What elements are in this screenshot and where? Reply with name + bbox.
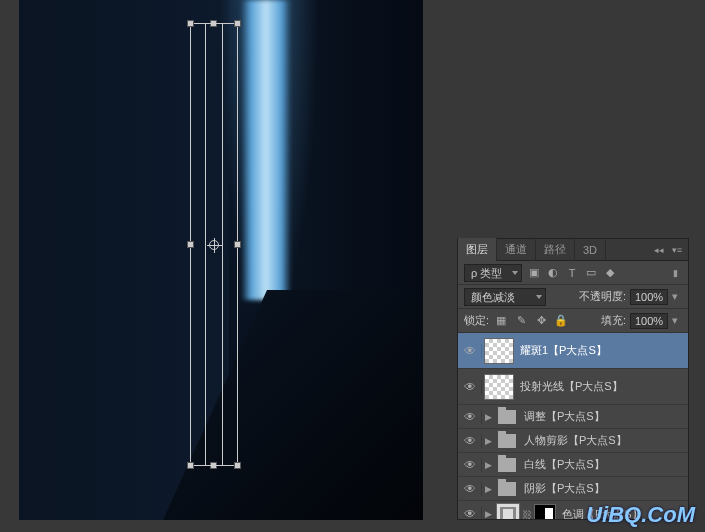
transform-inner-box	[205, 23, 223, 466]
lock-label: 锁定:	[464, 313, 489, 328]
adjustment-thumbnail[interactable]	[496, 503, 520, 519]
group-disclosure-icon[interactable]: ▶	[482, 460, 494, 470]
layer-group-row[interactable]: 👁 ▶ 调整【P大点S】	[458, 405, 688, 429]
visibility-toggle-icon[interactable]: 👁	[458, 507, 482, 519]
layer-name-label[interactable]: 人物剪影【P大点S】	[520, 433, 684, 448]
layer-group-row[interactable]: 👁 ▶ 白线【P大点S】	[458, 453, 688, 477]
transform-handle-mid-right[interactable]	[234, 241, 241, 248]
layer-name-label[interactable]: 调整【P大点S】	[520, 409, 684, 424]
color-balance-icon	[500, 507, 516, 519]
layers-panel: 图层 通道 路径 3D ◂◂ ▾≡ ρ 类型 ▣ ◐ T ▭ ◆ ▮ 颜色减淡 …	[457, 238, 689, 520]
mask-link-icon[interactable]: ⛓	[522, 509, 532, 520]
watermark-text: UiBQ.CoM	[586, 502, 695, 528]
transform-handle-bottom-left[interactable]	[187, 462, 194, 469]
layer-name-label[interactable]: 耀斑1【P大点S】	[516, 343, 684, 358]
layer-name-label[interactable]: 白线【P大点S】	[520, 457, 684, 472]
visibility-toggle-icon[interactable]: 👁	[458, 482, 482, 496]
group-disclosure-icon[interactable]: ▶	[482, 436, 494, 446]
lock-all-icon[interactable]: 🔒	[553, 313, 569, 329]
lock-image-icon[interactable]: ✎	[513, 313, 529, 329]
tab-channels[interactable]: 通道	[497, 238, 536, 261]
layer-name-label[interactable]: 投射光线【P大点S】	[516, 379, 684, 394]
filter-type-icon[interactable]: T	[564, 265, 580, 281]
transform-handle-top-right[interactable]	[234, 20, 241, 27]
panel-menu-icon[interactable]: ▾≡	[670, 245, 684, 255]
panel-collapse-left-icon[interactable]: ◂◂	[652, 245, 666, 255]
kind-label-text: 类型	[480, 267, 502, 279]
layers-list[interactable]: 👁 耀斑1【P大点S】 👁 投射光线【P大点S】 👁 ▶ 调整【P大点S】 👁 …	[458, 333, 688, 519]
group-disclosure-icon[interactable]: ▶	[482, 412, 494, 422]
opacity-label: 不透明度:	[579, 289, 626, 304]
fill-dropdown-icon[interactable]: ▾	[672, 314, 682, 327]
layer-group-row[interactable]: 👁 ▶ 人物剪影【P大点S】	[458, 429, 688, 453]
visibility-toggle-icon[interactable]: 👁	[458, 434, 482, 448]
opacity-dropdown-icon[interactable]: ▾	[672, 290, 682, 303]
blend-mode-dropdown[interactable]: 颜色减淡	[464, 288, 546, 306]
lock-row: 锁定: ▦ ✎ ✥ 🔒 填充: 100% ▾	[458, 309, 688, 333]
group-disclosure-icon[interactable]: ▶	[482, 484, 494, 494]
layer-group-row[interactable]: 👁 ▶ 阴影【P大点S】	[458, 477, 688, 501]
opacity-value-input[interactable]: 100%	[630, 289, 668, 305]
filter-shape-icon[interactable]: ▭	[583, 265, 599, 281]
transform-handle-mid-left[interactable]	[187, 241, 194, 248]
tab-3d[interactable]: 3D	[575, 240, 606, 260]
layer-thumbnail[interactable]	[484, 338, 514, 364]
folder-icon	[498, 458, 516, 472]
group-disclosure-icon[interactable]: ▶	[482, 509, 494, 519]
visibility-toggle-icon[interactable]: 👁	[458, 458, 482, 472]
folder-icon	[498, 410, 516, 424]
visibility-toggle-icon[interactable]: 👁	[458, 380, 482, 394]
layer-row[interactable]: 👁 耀斑1【P大点S】	[458, 333, 688, 369]
transform-handle-bottom-right[interactable]	[234, 462, 241, 469]
layer-mask-thumbnail[interactable]	[534, 504, 556, 519]
layer-name-label[interactable]: 阴影【P大点S】	[520, 481, 684, 496]
folder-icon	[498, 482, 516, 496]
layer-row[interactable]: 👁 投射光线【P大点S】	[458, 369, 688, 405]
canvas-area[interactable]	[19, 0, 423, 520]
panel-tabs: 图层 通道 路径 3D ◂◂ ▾≡	[458, 239, 688, 261]
light-slit-render	[241, 0, 291, 300]
tab-layers[interactable]: 图层	[458, 238, 497, 261]
filter-toggle-switch[interactable]: ▮	[668, 268, 682, 278]
folder-icon	[498, 434, 516, 448]
kind-icon: ρ	[471, 267, 477, 279]
fill-label: 填充:	[601, 313, 626, 328]
filter-smart-icon[interactable]: ◆	[602, 265, 618, 281]
fill-value-input[interactable]: 100%	[630, 313, 668, 329]
transform-handle-top-left[interactable]	[187, 20, 194, 27]
layer-kind-dropdown[interactable]: ρ 类型	[464, 264, 522, 282]
svg-rect-1	[503, 509, 513, 519]
visibility-toggle-icon[interactable]: 👁	[458, 344, 482, 358]
layer-filter-row: ρ 类型 ▣ ◐ T ▭ ◆ ▮	[458, 261, 688, 285]
filter-image-icon[interactable]: ▣	[526, 265, 542, 281]
blend-row: 颜色减淡 不透明度: 100% ▾	[458, 285, 688, 309]
filter-adjust-icon[interactable]: ◐	[545, 265, 561, 281]
lock-position-icon[interactable]: ✥	[533, 313, 549, 329]
visibility-toggle-icon[interactable]: 👁	[458, 410, 482, 424]
lock-transparent-icon[interactable]: ▦	[493, 313, 509, 329]
layer-thumbnail[interactable]	[484, 374, 514, 400]
tab-paths[interactable]: 路径	[536, 238, 575, 261]
